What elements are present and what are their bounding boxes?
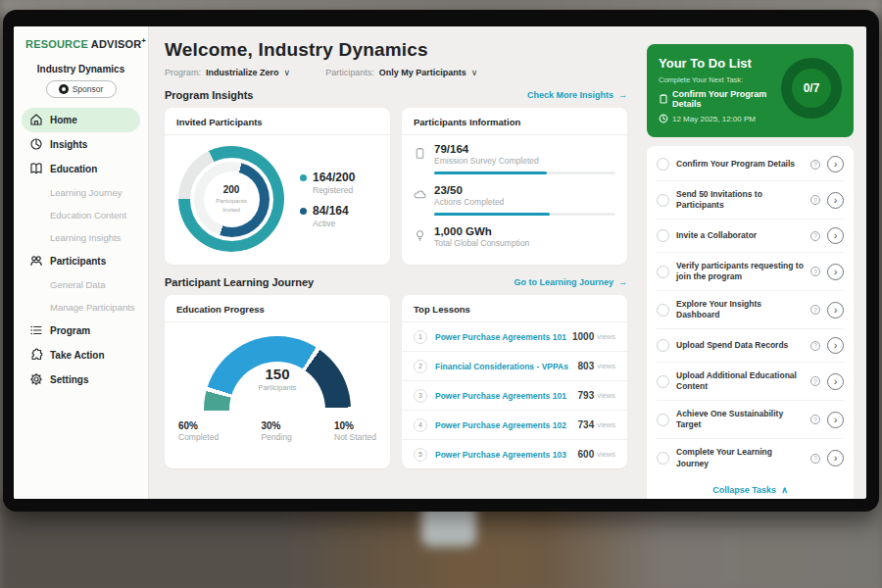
lesson-link[interactable]: Power Purchase Agreements 102 xyxy=(435,420,578,430)
task-row: Upload Additional Educational Content?› xyxy=(657,363,844,401)
stat-actions-completed: 23/50 Actions Completed xyxy=(402,176,627,207)
stat-emission-survey: 79/164 Emission Survey Completed xyxy=(402,135,627,166)
learning-journey-title: Participant Learning Journey xyxy=(165,276,314,288)
task-label: Complete Your Learning Journey xyxy=(676,447,804,468)
todo-task-list: Confirm Your Program Details?› Send 50 I… xyxy=(647,146,854,499)
logo-plus: + xyxy=(141,36,146,45)
lesson-link[interactable]: Power Purchase Agreements 101 xyxy=(435,391,578,401)
task-row: Send 50 Invitations to Participants?› xyxy=(657,181,844,220)
task-checkbox[interactable] xyxy=(657,304,669,317)
lesson-link[interactable]: Financial Considerations - VPPAs xyxy=(435,362,578,371)
sidebar-item-home[interactable]: Home xyxy=(22,108,140,132)
sidebar-item-program[interactable]: Program xyxy=(22,318,140,343)
help-icon[interactable]: ? xyxy=(810,454,820,464)
task-checkbox[interactable] xyxy=(657,158,669,171)
help-icon[interactable]: ? xyxy=(810,305,820,315)
lesson-views: 734 xyxy=(578,419,595,430)
chevron-right-icon: › xyxy=(834,452,838,464)
lesson-link[interactable]: Power Purchase Agreements 101 xyxy=(435,332,572,342)
task-checkbox[interactable] xyxy=(657,339,669,352)
task-row: Explore Your Insights Dashboard?› xyxy=(657,291,844,329)
help-icon[interactable]: ? xyxy=(810,376,820,386)
todo-progress-ring: 0/7 xyxy=(781,58,842,119)
help-icon[interactable]: ? xyxy=(810,195,820,205)
task-go-button[interactable]: › xyxy=(827,412,844,428)
sidebar-item-learning-journey[interactable]: Learning Journey xyxy=(22,181,140,204)
sidebar-item-participants[interactable]: Participants xyxy=(22,249,140,273)
sidebar-item-take-action[interactable]: Take Action xyxy=(22,343,140,368)
sidebar-item-settings[interactable]: Settings xyxy=(22,368,140,392)
help-icon[interactable]: ? xyxy=(810,267,820,276)
sidebar-item-manage-participants[interactable]: Manage Participants xyxy=(22,296,140,318)
chevron-up-icon: ∧ xyxy=(781,485,788,495)
task-label: Achieve One Sustainability Target xyxy=(676,409,804,430)
legend-label: Active xyxy=(313,219,349,228)
program-filter-dropdown[interactable]: Program: Industrialize Zero ∨ xyxy=(165,68,290,77)
logo-primary: RESOURCE xyxy=(25,38,88,50)
program-filter-value: Industrialize Zero xyxy=(206,68,279,77)
help-icon[interactable]: ? xyxy=(810,341,820,351)
lesson-link[interactable]: Power Purchase Agreements 103 xyxy=(435,450,578,460)
donut-center-value: 200 xyxy=(223,184,240,195)
legend-label: Pending xyxy=(261,432,291,442)
task-go-button[interactable]: › xyxy=(827,227,844,244)
task-go-button[interactable]: › xyxy=(827,156,844,172)
clock-icon xyxy=(659,114,668,123)
sponsor-badge-label: Sponsor xyxy=(73,84,104,94)
task-go-button[interactable]: › xyxy=(827,450,844,466)
task-checkbox[interactable] xyxy=(657,194,669,207)
legend-item-pending: 30%Pending xyxy=(261,420,291,442)
sidebar-item-label: Learning Insights xyxy=(50,232,121,243)
legend-item-registered: 164/200 Registered xyxy=(300,171,355,195)
sidebar-item-label: Insights xyxy=(50,139,87,150)
legend-dot xyxy=(300,174,307,181)
sidebar-item-education-content[interactable]: Education Content xyxy=(22,204,140,226)
clipboard-icon xyxy=(659,94,668,104)
dashboard-screen: RESOURCE ADVISOR+ Industry Dynamics Spon… xyxy=(14,26,866,499)
check-more-insights-link[interactable]: Check More Insights→ xyxy=(527,90,627,100)
task-checkbox[interactable] xyxy=(657,229,669,242)
sponsor-badge: Sponsor xyxy=(46,80,117,98)
sidebar-item-general-data[interactable]: General Data xyxy=(22,273,140,296)
task-checkbox[interactable] xyxy=(657,452,669,465)
legend-item-active: 84/164 Active xyxy=(300,204,355,228)
sidebar-item-label: General Data xyxy=(50,279,106,290)
go-to-learning-journey-link[interactable]: Go to Learning Journey→ xyxy=(514,277,627,287)
todo-due-date: 12 May 2025, 12:00 PM xyxy=(672,115,756,123)
sidebar-item-education[interactable]: Education xyxy=(22,157,140,181)
education-progress-gauge-chart: 150 Participants xyxy=(204,336,351,411)
task-go-button[interactable]: › xyxy=(827,264,844,280)
stat-value: 23/50 xyxy=(434,184,504,196)
sidebar-item-label: Program xyxy=(50,325,90,336)
top-lessons-card: Top Lessons 1Power Purchase Agreements 1… xyxy=(402,295,627,468)
participants-filter-label: Participants: xyxy=(325,68,374,77)
education-icon xyxy=(29,162,43,175)
task-checkbox[interactable] xyxy=(657,375,669,388)
task-checkbox[interactable] xyxy=(657,414,669,426)
help-icon[interactable]: ? xyxy=(810,160,820,170)
emission-survey-progress-bar xyxy=(434,172,615,174)
lesson-row: 2Financial Considerations - VPPAs803view… xyxy=(402,352,627,381)
task-label: Confirm Your Program Details xyxy=(676,159,804,170)
legend-label: Registered xyxy=(313,185,355,195)
gauge-center-value: 150 xyxy=(204,366,351,382)
collapse-tasks-link[interactable]: Collapse Tasks∧ xyxy=(657,477,844,499)
stat-label: Total Global Consumption xyxy=(434,238,529,248)
todo-subtitle: Complete Your Next Task: xyxy=(659,75,781,84)
task-go-button[interactable]: › xyxy=(827,337,844,354)
legend-item-not-started: 10%Not Started xyxy=(334,420,376,442)
survey-icon xyxy=(414,146,426,159)
task-label: Upload Additional Educational Content xyxy=(676,370,804,392)
help-icon[interactable]: ? xyxy=(810,415,820,424)
help-icon[interactable]: ? xyxy=(810,231,820,241)
logo-secondary: ADVISOR xyxy=(91,38,142,50)
task-go-button[interactable]: › xyxy=(827,373,844,390)
task-go-button[interactable]: › xyxy=(827,302,844,318)
sidebar-item-learning-insights[interactable]: Learning Insights xyxy=(22,226,140,249)
task-checkbox[interactable] xyxy=(657,266,669,278)
task-go-button[interactable]: › xyxy=(827,192,844,209)
sidebar-item-insights[interactable]: Insights xyxy=(22,132,140,157)
participants-filter-dropdown[interactable]: Participants: Only My Participants ∨ xyxy=(325,68,477,77)
lesson-rank: 1 xyxy=(414,330,427,344)
legend-item-completed: 60%Completed xyxy=(178,420,219,442)
